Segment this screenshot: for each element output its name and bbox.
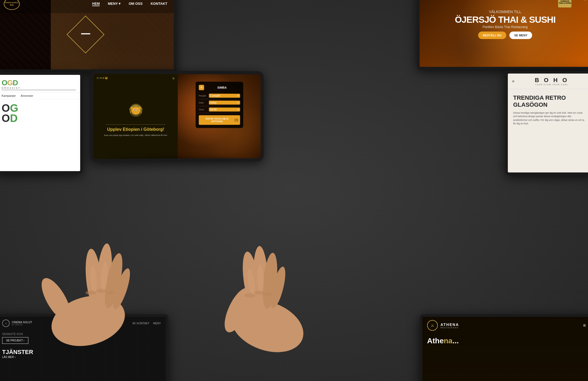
simba-widget-time-row[interactable]: Time 16:00 ▾	[199, 106, 240, 113]
simba-show-available-label: SHOW AVAILABLE OPTIONS	[201, 117, 233, 123]
cinema-se-projekt-button[interactable]: SE PROJEKT ›	[2, 337, 28, 344]
simba-date-label: Date	[199, 101, 209, 104]
svg-point-7	[135, 110, 137, 111]
simba-people-dropdown[interactable]: 2 people ▾	[209, 94, 240, 98]
cinema-logo-icon: ◎	[2, 320, 10, 327]
ogd-nav-annonser[interactable]: Annonser	[21, 94, 33, 97]
simba-date-dropdown[interactable]: today ▾	[209, 101, 240, 105]
simba-show-available-button[interactable]: SHOW AVAILABLE OPTIONS 1	[199, 115, 240, 125]
boho-heading: TRENDIGA RETRO GLASÖGON	[513, 94, 585, 109]
cinema-logo: ◎ CINEMA SOLUT BY JASE AB	[2, 320, 32, 327]
simba-tagline: Upplev Etiopien i Göteborg!	[107, 127, 164, 132]
athena-content: Athena...	[422, 334, 588, 348]
simba-time-label: Time	[199, 108, 209, 111]
ojerso-menu-button[interactable]: SE MENY	[509, 32, 532, 39]
geisha-nav-item-meny[interactable]: MENY ▾	[108, 2, 121, 6]
device-cinema: ◎ CINEMA SOLUT BY JASE AB M I KONTAKT ME…	[0, 314, 168, 381]
cinema-nav-meny[interactable]: MENY	[153, 322, 161, 325]
boho-nav: ≡ B O H O YOUR FLOW YOUR COAL	[508, 74, 588, 89]
athena-logo: ⚔ ATHENA RESTAURANG	[427, 320, 459, 331]
simba-time-chevron-icon: ▾	[238, 108, 239, 111]
ojerso-order-button[interactable]: BESTÄLL NU	[478, 32, 506, 39]
ojerso-logo: ÖJERSJÖTHAI & SUSHI	[554, 0, 576, 7]
boho-logo-area: B O H O YOUR FLOW YOUR COAL	[517, 77, 586, 86]
geisha-nav-item-om-oss[interactable]: OM OSS	[129, 2, 142, 6]
geisha-nav: HEM MENY ▾ OM OSS KONTAKT	[92, 2, 167, 6]
simba-people-label: People	[199, 94, 209, 97]
simba-date-chevron-icon: ▾	[238, 101, 239, 104]
cinema-nav-links: M I KONTAKT MENY	[133, 322, 161, 325]
simba-time-value: 16:00	[210, 108, 237, 111]
simba-widget-title: SIMBA	[204, 86, 240, 89]
simba-available-count-badge: 1	[234, 118, 238, 121]
ogd-logo-sub: GROSSIST	[2, 87, 76, 89]
cinema-logo-sub: BY JASE AB	[12, 324, 32, 326]
simba-time-dropdown[interactable]: 16:00 ▾	[209, 107, 240, 111]
geisha-diamond-logo: 一	[67, 16, 104, 53]
ogd-hero: OG OD	[0, 99, 80, 127]
simba-widget-header: ✕ SIMBA	[199, 85, 240, 90]
simba-people-chevron-icon: ▾	[238, 95, 239, 97]
athena-logo-text: ATHENA	[440, 322, 459, 327]
ogd-nav: Kampanjer Annonser	[0, 92, 80, 99]
device-simba: SIMB🔱 ≡	[90, 70, 264, 162]
athena-logo-icon: ⚔	[427, 320, 438, 331]
simba-widget-close-button[interactable]: ✕	[199, 85, 204, 90]
device-boho: ≡ B O H O YOUR FLOW YOUR COAL TRENDIGA R…	[505, 71, 588, 175]
ogd-nav-kampanjer[interactable]: Kampanjer	[2, 94, 16, 97]
boho-hamburger-icon[interactable]: ≡	[512, 79, 514, 83]
geisha-kanji: 一	[81, 28, 90, 41]
geisha-logo: Geisha Sushi & Wok	[4, 0, 20, 10]
svg-point-6	[137, 109, 138, 110]
simba-logo: SIMB🔱	[97, 77, 109, 79]
ogd-hero-text: OG OD	[2, 103, 76, 123]
ojerso-logo-icon: ÖJERSJÖTHAI & SUSHI	[558, 0, 571, 7]
device-athena: ⚔ ATHENA RESTAURANG ≡ Athena...	[420, 314, 588, 381]
boho-body-text: Dessa trendiga retroglasögon ger dig en …	[513, 111, 585, 126]
simba-people-value: 2 people	[210, 94, 237, 97]
simba-right-panel: ✕ SIMBA People 2 people ▾ Date today	[178, 74, 261, 159]
cinema-services-title: TJÄNSTER	[2, 349, 161, 356]
cinema-services: TJÄNSTER LÄS MER ›	[0, 347, 166, 359]
athena-title: Athena...	[427, 337, 586, 345]
simba-top-bar: SIMB🔱 ≡	[93, 76, 178, 80]
simba-booking-widget: ✕ SIMBA People 2 people ▾ Date today	[195, 82, 243, 128]
cinema-nav: ◎ CINEMA SOLUT BY JASE AB M I KONTAKT ME…	[0, 317, 166, 330]
svg-point-5	[134, 109, 135, 110]
cinema-subtitle: SENASTE KUN	[2, 332, 161, 336]
ojerso-subtitle: Partilles Bästa Thai Restaurang	[424, 25, 586, 29]
device-ojerso: ÖJERSJÖTHAI & SUSHI ≡ Meny VÄLKOMMEN TIL…	[417, 0, 588, 70]
ojerso-main-title: ÖJERSJÖ THAI & SUSHI	[424, 15, 586, 24]
device-ogd: OGD GROSSIST Kampanjer Annonser OG OD	[0, 72, 83, 174]
simba-left-panel: SIMB🔱 ≡	[93, 74, 178, 159]
simba-lion-logo	[126, 101, 145, 120]
simba-description: Kom och testa nya smaker i en unik miljö…	[104, 134, 167, 137]
athena-hamburger-icon[interactable]: ≡	[583, 323, 586, 328]
boho-logo: B O H O	[517, 77, 586, 84]
cinema-logo-text: CINEMA SOLUT	[12, 321, 32, 324]
ojerso-menu-icon[interactable]: ≡ Meny	[576, 0, 586, 7]
ogd-logo-text: OGD	[2, 79, 76, 87]
simba-divider	[106, 124, 165, 125]
ogd-logo-area: OGD GROSSIST	[0, 75, 80, 90]
boho-content: TRENDIGA RETRO GLASÖGON Dessa trendiga r…	[508, 89, 588, 131]
boho-tagline: YOUR FLOW YOUR COAL	[517, 84, 586, 86]
athena-nav: ⚔ ATHENA RESTAURANG ≡	[422, 317, 588, 334]
cinema-nav-contact[interactable]: M I KONTAKT	[133, 322, 149, 325]
simba-widget-people-row[interactable]: People 2 people ▾	[199, 92, 240, 99]
device-geisha: Geisha Sushi & Wok HEM MENY ▾ OM OSS KON…	[0, 0, 176, 72]
simba-widget-date-row[interactable]: Date today ▾	[199, 99, 240, 106]
athena-logo-sub: RESTAURANG	[440, 327, 459, 329]
simba-date-value: today	[210, 101, 237, 104]
geisha-nav-item-kontakt[interactable]: KONTAKT	[150, 2, 167, 6]
simba-hamburger-icon[interactable]: ≡	[172, 76, 175, 80]
cinema-las-mer-link[interactable]: LÄS MER ›	[2, 356, 161, 359]
cinema-hero: SENASTE KUN SE PROJEKT ›	[0, 330, 166, 347]
geisha-nav-item-hem[interactable]: HEM	[92, 2, 100, 6]
ojerso-welcome: VÄLKOMMEN TILL	[424, 10, 586, 14]
